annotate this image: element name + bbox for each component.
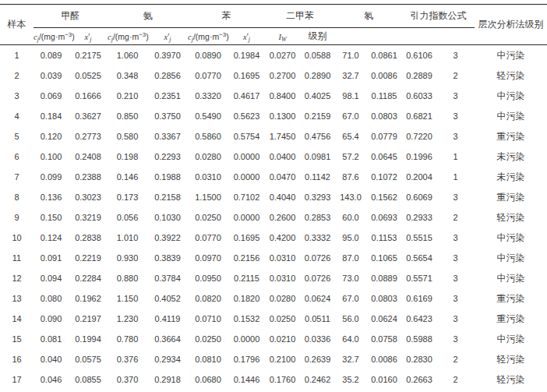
cell-ahp-level: 重污染 [475, 126, 547, 147]
cell-sample-no: 17 [0, 369, 34, 390]
cell-gravity-index-value: 0.6423 [402, 309, 436, 329]
subheader-gravity-index-iw: IW [265, 28, 300, 45]
cell-xylene-conc: 0.0210 [265, 329, 300, 349]
cell-radon-x: 0.1065 [366, 248, 402, 268]
cell-formaldehyde-conc: 0.089 [34, 45, 69, 66]
table-row: 90.1500.32190.0560.10300.02500.00000.260… [0, 207, 547, 228]
cell-gravity-index-value: 0.6033 [402, 86, 436, 106]
cell-ahp-level: 重污染 [475, 288, 547, 309]
cell-sample-no: 5 [0, 126, 34, 147]
cell-ahp-level: 轻污染 [475, 65, 547, 86]
cell-xylene-x: 0.2462 [300, 369, 335, 390]
cell-benzene-x: 0.1695 [228, 65, 265, 86]
cell-ammonia-conc: 0.210 [108, 86, 147, 106]
cell-xylene-x: 0.3293 [300, 187, 335, 207]
cell-ammonia-conc: 0.056 [108, 207, 147, 228]
cell-ammonia-conc: 0.376 [108, 349, 147, 369]
cell-ahp-level: 未污染 [475, 167, 547, 187]
header-sub-row: cj/(mg·m−3) x′j cj/(mg·m−3) x′j cj/(mg·m… [0, 28, 547, 45]
cell-radon-conc: 98.1 [335, 86, 366, 106]
cell-xylene-x: 0.4025 [300, 86, 335, 106]
cell-radon-x: 0.0624 [366, 309, 402, 329]
cell-formaldehyde-conc: 0.091 [34, 248, 69, 268]
cell-gravity-index-grade: 3 [436, 106, 475, 126]
cell-sample-no: 9 [0, 207, 34, 228]
cell-formaldehyde-x: 0.2773 [69, 126, 108, 147]
cell-formaldehyde-conc: 0.090 [34, 309, 69, 329]
cell-xylene-x: 0.2159 [300, 106, 335, 126]
cell-ammonia-conc: 0.580 [108, 126, 147, 147]
data-table: 样本 甲醛 氨 苯 二甲苯 氡 引力指数公式 层次分析法级别 cj/(mg·m−… [0, 4, 547, 390]
cell-sample-no: 13 [0, 288, 34, 309]
cell-benzene-x: 0.0000 [228, 167, 265, 187]
table-row: 150.0810.19940.7800.36640.02500.00000.02… [0, 329, 547, 349]
cell-gravity-index-grade: 3 [436, 309, 475, 329]
table-row: 20.0390.05250.3480.28560.07700.16950.270… [0, 65, 547, 86]
cell-ahp-level: 中污染 [475, 228, 547, 248]
cell-gravity-index-grade: 3 [436, 228, 475, 248]
cell-xylene-x: 0.0981 [300, 147, 335, 167]
subheader-benzene-x: x′j [228, 28, 265, 45]
cell-gravity-index-grade: 3 [436, 329, 475, 349]
cell-radon-x: 0.1153 [366, 228, 402, 248]
cell-formaldehyde-conc: 0.124 [34, 228, 69, 248]
cell-formaldehyde-conc: 0.069 [34, 86, 69, 106]
cell-benzene-conc: 0.0770 [188, 65, 228, 86]
cell-benzene-conc: 0.5490 [188, 106, 228, 126]
cell-ammonia-conc: 0.780 [108, 329, 147, 349]
cell-sample-no: 16 [0, 349, 34, 369]
cell-benzene-conc: 0.0890 [188, 45, 228, 66]
cell-xylene-conc: 0.0470 [265, 167, 300, 187]
cell-xylene-conc: 0.2100 [265, 349, 300, 369]
cell-sample-no: 11 [0, 248, 34, 268]
cell-xylene-conc: 0.2600 [265, 207, 300, 228]
cell-radon-conc: 87.0 [335, 248, 366, 268]
col-group-ammonia: 氨 [108, 5, 188, 28]
col-group-benzene: 苯 [188, 5, 265, 28]
cell-xylene-x: 0.2639 [300, 349, 335, 369]
table-header: 样本 甲醛 氨 苯 二甲苯 氡 引力指数公式 层次分析法级别 cj/(mg·m−… [0, 5, 547, 45]
cell-radon-conc: 95.0 [335, 228, 366, 248]
col-group-gravity-index-formula: 引力指数公式 [402, 5, 475, 28]
cell-benzene-conc: 0.0950 [188, 268, 228, 288]
cell-gravity-index-grade: 2 [436, 65, 475, 86]
table-row: 130.0800.19621.1500.40520.08200.18200.02… [0, 288, 547, 309]
cell-sample-no: 2 [0, 65, 34, 86]
cell-ammonia-x: 0.1030 [147, 207, 188, 228]
cell-xylene-x: 0.0336 [300, 329, 335, 349]
cell-gravity-index-grade: 3 [436, 86, 475, 106]
cell-formaldehyde-conc: 0.184 [34, 106, 69, 126]
cell-benzene-x: 0.1446 [228, 369, 265, 390]
cell-formaldehyde-conc: 0.136 [34, 187, 69, 207]
cell-benzene-conc: 0.0250 [188, 207, 228, 228]
cell-benzene-conc: 0.3320 [188, 86, 228, 106]
cell-ammonia-x: 0.2934 [147, 349, 188, 369]
cell-radon-conc: 60.0 [335, 207, 366, 228]
cell-benzene-x: 0.0000 [228, 147, 265, 167]
cell-benzene-conc: 0.5860 [188, 126, 228, 147]
cell-sample-no: 3 [0, 86, 34, 106]
cell-benzene-conc: 0.0280 [188, 147, 228, 167]
cell-radon-x: 0.0803 [366, 288, 402, 309]
col-header-sample: 样本 [0, 5, 34, 45]
cell-ahp-level: 轻污染 [475, 349, 547, 369]
col-header-ahp-level: 层次分析法级别 [475, 5, 547, 45]
table-body: 10.0890.21751.0600.39700.08900.19840.027… [0, 45, 547, 390]
cell-formaldehyde-conc: 0.080 [34, 288, 69, 309]
cell-xylene-x: 0.3332 [300, 228, 335, 248]
subheader-ammonia-x: x′j [147, 28, 188, 45]
table-row: 50.1200.27730.5800.33670.58600.57541.745… [0, 126, 547, 147]
cell-ammonia-x: 0.3970 [147, 45, 188, 66]
cell-ammonia-conc: 0.348 [108, 65, 147, 86]
cell-gravity-index-value: 0.5988 [402, 329, 436, 349]
cell-sample-no: 7 [0, 167, 34, 187]
cell-ammonia-x: 0.1988 [147, 167, 188, 187]
cell-ahp-level: 中污染 [475, 329, 547, 349]
cell-radon-conc: 71.0 [335, 45, 366, 66]
table-row: 30.0690.16660.2100.23510.33200.46170.840… [0, 86, 547, 106]
cell-radon-conc: 32.7 [335, 349, 366, 369]
cell-formaldehyde-x: 0.2219 [69, 248, 108, 268]
cell-formaldehyde-x: 0.0855 [69, 369, 108, 390]
cell-gravity-index-value: 0.5654 [402, 248, 436, 268]
cell-gravity-index-grade: 3 [436, 187, 475, 207]
